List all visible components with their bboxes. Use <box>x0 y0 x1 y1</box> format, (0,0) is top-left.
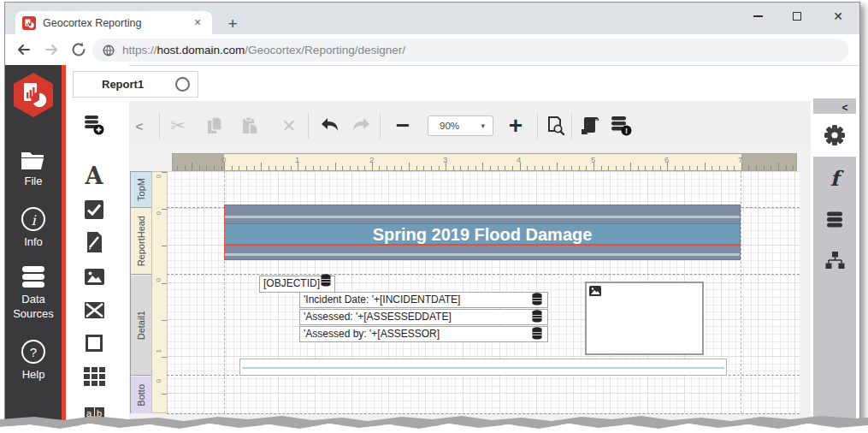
torn-edge-decoration <box>0 413 868 433</box>
band-report-header[interactable]: ReportHead <box>131 209 151 275</box>
ruler-number: 7 <box>738 155 742 164</box>
add-data-source-button[interactable] <box>77 113 111 137</box>
document-tab-report1[interactable]: Report1 <box>73 71 198 98</box>
document-status-icon[interactable] <box>175 77 190 92</box>
expressions-tab-button[interactable]: f <box>822 165 847 191</box>
data-field-icon <box>532 310 542 323</box>
cut-button[interactable]: ✂ <box>164 114 192 138</box>
preview-report-button[interactable] <box>541 114 569 138</box>
header-top-stripe-element[interactable] <box>224 205 741 224</box>
folder-icon <box>20 149 47 171</box>
sidebar-item-info[interactable]: i Info <box>5 206 62 250</box>
sidebar-item-data-sources[interactable]: Data Sources <box>5 265 62 322</box>
properties-tab-button[interactable] <box>822 122 847 148</box>
band-label: ReportHead <box>136 216 146 266</box>
data-validation-button[interactable]: ! <box>607 114 635 138</box>
sidebar-item-help[interactable]: ? Help <box>5 339 62 383</box>
ruler-ticks <box>162 172 167 412</box>
window-maximize-button[interactable] <box>784 8 810 25</box>
new-tab-button[interactable]: + <box>224 16 241 33</box>
refresh-button[interactable] <box>68 39 90 61</box>
screenshot-stage: Geocortex Reporting × + ✕ <box>0 0 868 433</box>
toolbar-separator <box>380 113 381 139</box>
database-icon <box>21 265 45 289</box>
delete-button[interactable]: ✕ <box>275 114 303 138</box>
table-tool-button[interactable] <box>77 365 111 389</box>
horizontal-ruler: 0 1 2 3 4 5 6 7 <box>172 153 797 171</box>
field-assessed-date[interactable]: 'Assessed: '+[ASSESSEDDATE] <box>299 309 548 325</box>
picture-tool-button[interactable] <box>77 264 111 288</box>
tab-close-icon[interactable]: × <box>190 15 205 31</box>
data-warning-icon: ! <box>611 116 632 136</box>
zoom-in-button[interactable]: + <box>502 114 529 138</box>
browser-address-row: https://host.domain.com/Geocortex/Report… <box>5 34 859 66</box>
browser-window: Geocortex Reporting × + ✕ <box>4 2 860 426</box>
page-margin-right <box>741 171 741 413</box>
url-text: https://host.domain.com/Geocortex/Report… <box>122 44 405 56</box>
rich-text-icon <box>86 232 103 252</box>
svg-text:i: i <box>31 212 37 228</box>
report-script-button[interactable] <box>576 114 604 138</box>
redo-button[interactable] <box>348 114 375 138</box>
label-tool-button[interactable]: A <box>77 163 111 187</box>
help-icon: ? <box>21 339 46 365</box>
rich-text-tool-button[interactable] <box>77 230 111 254</box>
svg-text:?: ? <box>30 345 37 359</box>
warning-exclamation: ! <box>625 127 628 135</box>
function-icon: f <box>830 166 839 191</box>
checkbox-tool-button[interactable] <box>77 198 111 222</box>
collapse-toolbox-button[interactable]: < <box>126 114 153 138</box>
zoom-level-value: 90% <box>440 121 481 131</box>
zoom-level-select[interactable]: 90% ▾ <box>428 116 493 136</box>
window-close-button[interactable]: ✕ <box>825 8 851 25</box>
band-detail[interactable]: Detail1 <box>131 276 151 376</box>
chevron-left-icon: < <box>136 119 144 133</box>
ruler-number: 1 <box>295 155 299 164</box>
back-button[interactable] <box>12 39 34 61</box>
browser-tab[interactable]: Geocortex Reporting × <box>15 11 212 35</box>
line-element[interactable] <box>239 359 727 376</box>
ruler-number: 0 <box>155 211 162 215</box>
data-field-icon <box>532 293 542 305</box>
ruler-number: 2 <box>369 155 374 164</box>
data-tab-button[interactable] <box>822 206 847 232</box>
structure-tab-button[interactable] <box>822 247 847 273</box>
header-bottom-stripe-element[interactable] <box>224 245 741 260</box>
ruler-number: 3 <box>443 155 447 164</box>
minimize-icon <box>753 15 763 17</box>
band-label: Botto <box>136 384 146 406</box>
paste-button[interactable] <box>237 114 264 138</box>
band-bottom-margin[interactable]: Botto <box>131 377 151 413</box>
field-assessor[interactable]: 'Assessed by: '+[ASSESSOR] <box>299 326 548 342</box>
forward-arrow-icon <box>44 42 60 57</box>
sidebar-item-file[interactable]: File <box>5 149 62 189</box>
site-info-globe-icon <box>103 44 115 56</box>
cut-icon: ✂ <box>170 116 186 136</box>
report-title-element[interactable]: Spring 2019 Flood Damage <box>224 223 741 245</box>
copy-button[interactable] <box>201 114 228 138</box>
sidebar-item-label: Info <box>5 235 62 250</box>
zoom-out-button[interactable]: − <box>389 114 416 138</box>
picture-box-element[interactable] <box>585 282 704 355</box>
panel-icon <box>86 335 103 352</box>
toolbar-separator <box>308 113 309 139</box>
browser-tab-strip: Geocortex Reporting × + ✕ <box>5 3 859 34</box>
vertical-ruler: 0 0 0 1 0 <box>151 171 168 413</box>
forward-button[interactable] <box>40 39 62 61</box>
field-incident-date[interactable]: 'Incident Date: '+[INCIDENTDATE] <box>299 292 548 308</box>
maximize-icon <box>793 12 801 21</box>
undo-icon <box>319 117 340 134</box>
band-top-margin[interactable]: TopM <box>131 172 151 208</box>
line-tool-button[interactable] <box>77 298 111 322</box>
data-field-icon <box>532 327 542 340</box>
ruler-number: 5 <box>591 155 595 164</box>
delete-icon: ✕ <box>282 116 297 136</box>
address-bar[interactable]: https://host.domain.com/Geocortex/Report… <box>92 39 848 62</box>
ruler-number: 0 <box>221 155 226 164</box>
url-path: /Geocortex/Reporting/designer/ <box>245 44 405 56</box>
undo-button[interactable] <box>316 114 343 138</box>
panel-tool-button[interactable] <box>77 331 111 355</box>
minus-icon: − <box>396 117 410 134</box>
window-minimize-button[interactable] <box>745 8 771 25</box>
ruler-ticks <box>173 163 796 170</box>
